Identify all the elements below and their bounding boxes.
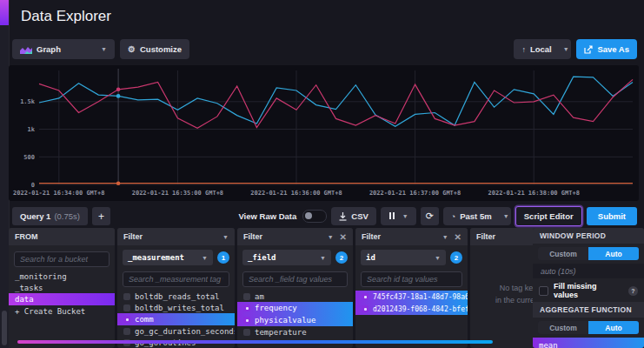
id-item[interactable]: d2012439-f068-4842-bfef-8.. (355, 303, 468, 315)
field-item-label: temperature (255, 328, 307, 337)
filter-panel-measurement: Filter ▼ _measurement ▼ 1 boltdb_reads_t… (117, 228, 235, 348)
field-item-label: physicalvalue (255, 316, 315, 325)
checkbox-icon[interactable] (362, 293, 368, 300)
auto-option[interactable]: Auto (588, 247, 639, 260)
horizontal-scrollbar[interactable] (17, 340, 493, 344)
save-as-button[interactable]: Save As (576, 39, 637, 59)
window-period-value: auto (10s) (533, 264, 644, 278)
script-editor-button[interactable]: Script Editor (515, 206, 582, 226)
page-title: Data Explorer (21, 8, 111, 25)
filter-title: Filter (123, 232, 143, 241)
measurement-item-label: boltdb_reads_total (135, 292, 220, 301)
svg-text:1.5k: 1.5k (20, 98, 36, 105)
bucket-item[interactable]: data (9, 293, 115, 305)
bucket-item[interactable]: + Create Bucket (9, 305, 115, 317)
bucket-search-input[interactable] (14, 251, 110, 267)
view-raw-data-label: View Raw Data (238, 211, 296, 221)
clock-icon: ◔ (451, 212, 455, 221)
field-item-label: am (255, 292, 264, 301)
field-item[interactable]: physicalvalue (237, 314, 353, 326)
checkbox-icon[interactable] (123, 304, 130, 311)
checkbox-icon[interactable] (123, 316, 130, 323)
customize-button[interactable]: ⚙ Customize (120, 39, 189, 59)
bucket-item-label: data (15, 295, 34, 304)
selected-count-badge: 2 (450, 251, 462, 264)
id-item-label: d2012439-f068-4842-bfef-8.. (373, 305, 468, 313)
chevron-down-icon[interactable]: ▼ (222, 234, 229, 240)
refresh-icon: ⟳ (426, 211, 434, 222)
auto-option[interactable]: Auto (588, 321, 639, 334)
graph-icon (20, 45, 32, 54)
chevron-down-icon: ▼ (202, 255, 208, 261)
submit-button[interactable]: Submit (587, 207, 637, 225)
chevron-down-icon: ▼ (402, 213, 408, 219)
up-arrow-icon: ↑ (521, 45, 526, 54)
filter-title: Filter (243, 232, 262, 241)
checkbox-icon[interactable] (243, 293, 250, 300)
svg-text:2022-01-21 16:34:00 GMT+8: 2022-01-21 16:34:00 GMT+8 (13, 190, 104, 197)
measurement-search-input[interactable] (123, 271, 229, 287)
time-range-label: Past 5m (460, 211, 491, 221)
aggregate-function-item-label: mean (539, 341, 558, 348)
checkbox-icon[interactable] (362, 305, 368, 312)
tag-key-dropdown[interactable]: id ▼ (361, 250, 446, 265)
app-logo[interactable] (0, 0, 9, 25)
filter-panel-header: Filter ▼ (117, 228, 235, 245)
measurement-item[interactable]: go_gc_duration_seconds (117, 325, 235, 337)
close-icon[interactable]: ✕ (340, 232, 347, 242)
bucket-item[interactable]: _tasks (9, 282, 115, 293)
checkbox-icon[interactable] (123, 328, 130, 335)
field-item[interactable]: frequency (237, 302, 353, 314)
checkbox-icon[interactable] (243, 329, 250, 336)
custom-option[interactable]: Custom (538, 247, 588, 260)
svg-text:2022-01-21 16:38:00 GMT+8: 2022-01-21 16:38:00 GMT+8 (488, 190, 580, 197)
tag-key-dropdown[interactable]: _measurement ▼ (123, 250, 213, 265)
measurement-item-label: comm (135, 315, 154, 324)
checkbox-icon[interactable] (243, 304, 250, 311)
view-type-dropdown[interactable]: Graph ▼ (12, 39, 115, 59)
line-chart[interactable]: 1.5k1k50002022-01-21 16:34:00 GMT+82022-… (9, 65, 639, 201)
query-duration: (0.75s) (54, 211, 80, 221)
help-icon[interactable]: ? (628, 286, 638, 296)
measurement-item-label: boltdb_writes_total (135, 304, 224, 312)
from-panel-title: FROM (15, 232, 38, 241)
nav-scrollbar[interactable] (2, 311, 7, 345)
measurement-item[interactable]: comm (117, 313, 235, 325)
aggregate-mode-toggle: Custom Auto (538, 321, 639, 334)
chevron-down-icon: ▼ (503, 213, 509, 219)
field-item[interactable]: am (237, 291, 353, 302)
window-period-header: WINDOW PERIOD (533, 228, 644, 244)
time-range-dropdown[interactable]: ◔ Past 5m ▼ (443, 207, 511, 225)
checkbox-icon[interactable] (123, 293, 130, 300)
id-item[interactable]: 745fc437-18a1-48d7-98a6-7.. (355, 291, 468, 303)
measurement-item[interactable]: boltdb_reads_total (117, 291, 235, 302)
measurement-item-label: go_gc_duration_seconds (135, 327, 235, 336)
query-tab-label: Query 1 (20, 211, 50, 221)
aggregate-function-item[interactable]: mean (533, 338, 644, 348)
id-search-input[interactable] (361, 271, 462, 287)
custom-option[interactable]: Custom (538, 321, 588, 334)
fill-missing-values-checkbox[interactable] (539, 286, 548, 296)
add-query-button[interactable]: + (92, 207, 110, 225)
svg-text:1k: 1k (28, 126, 36, 133)
bucket-item[interactable]: _monitoring (9, 271, 115, 282)
checkbox-icon[interactable] (243, 317, 250, 324)
tag-key-dropdown[interactable]: _field ▼ (242, 250, 331, 265)
close-icon[interactable]: ✕ (455, 232, 461, 242)
bucket-item-label: _tasks (15, 284, 43, 292)
refresh-button[interactable]: ⟳ (421, 207, 439, 225)
view-raw-data-toggle[interactable] (302, 210, 327, 223)
field-search-input[interactable] (242, 271, 348, 287)
query-tab[interactable]: Query 1 (0.75s) (12, 207, 88, 225)
local-dropdown[interactable]: ↑ Local ▼ (514, 39, 571, 59)
toolbar: Graph ▼ ⚙ Customize ↑ Local ▼ Save As (12, 39, 637, 59)
download-icon (339, 212, 347, 221)
csv-download-button[interactable]: CSV (331, 207, 376, 225)
chevron-down-icon[interactable]: ▼ (328, 234, 334, 240)
pause-dropdown-button[interactable]: ▼ (381, 207, 416, 225)
measurement-item[interactable]: boltdb_writes_total (117, 302, 235, 313)
field-item[interactable]: temperature (237, 326, 353, 338)
filter-panel-header: Filter ▼ ✕ (237, 228, 353, 245)
filter-panel-id: Filter ▼ ✕ id ▼ 2 745fc437-18a1-48d7-98a… (355, 228, 468, 348)
chevron-down-icon[interactable]: ▼ (442, 234, 448, 240)
